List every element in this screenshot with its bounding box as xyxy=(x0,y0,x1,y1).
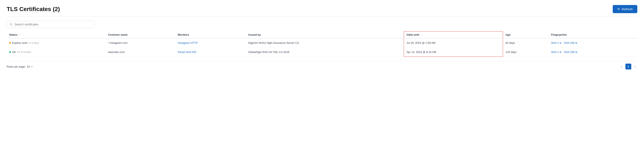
cell-monitor-1: Instagram HTTP xyxy=(175,38,246,48)
cell-common-name-1: *.instagram.com xyxy=(106,38,175,48)
search-icon xyxy=(10,23,13,26)
monitor-link-1[interactable]: Instagram HTTP xyxy=(178,41,198,44)
col-header-fingerprints: Fingerprints xyxy=(548,32,637,38)
cell-monitor-2: Param test 033 xyxy=(175,48,246,57)
col-header-issued-by: Issued by xyxy=(246,32,404,38)
sort-icon-status: ↑ xyxy=(19,34,20,36)
page-container: TLS Certificates (2) ↻ Refresh Status ↑ xyxy=(0,0,644,166)
sha1-link-1[interactable]: SHA 1 ⧉ xyxy=(551,41,562,44)
refresh-label: Refresh xyxy=(622,7,633,11)
col-header-common-name: Common name xyxy=(106,32,175,38)
table-row: OK for 9 months www.bbc.com Param test 0… xyxy=(7,48,637,57)
sha1-link-2[interactable]: SHA 1 ⧉ xyxy=(551,50,562,54)
col-header-monitors: Monitors xyxy=(175,32,246,38)
chevron-down-icon: ▾ xyxy=(31,65,32,68)
copy-icon-sha1-1: ⧉ xyxy=(560,42,562,44)
certificates-table: Status ↑ Common name Monitors Issued by … xyxy=(7,31,637,57)
monitor-link-2[interactable]: Param test 033 xyxy=(178,50,196,54)
copy-icon-sha256-1: ⧉ xyxy=(576,42,577,44)
copy-icon-sha1-2: ⧉ xyxy=(560,51,562,54)
cell-issued-by-1: DigiCert SHA2 High Assurance Server CA xyxy=(246,38,404,48)
cell-fingerprints-1: SHA 1 ⧉ SHA 256 ⧉ xyxy=(548,38,637,48)
refresh-icon: ↻ xyxy=(617,7,620,11)
cell-status-1: Expires soon in 8 days xyxy=(7,38,106,48)
cell-age-2: 125 days xyxy=(503,48,548,57)
status-dot-ok xyxy=(9,51,11,53)
svg-line-1 xyxy=(12,25,12,26)
page-header: TLS Certificates (2) ↻ Refresh xyxy=(7,5,637,13)
cell-valid-until-2: Apr 14, 2024 @ 8:16 AM xyxy=(404,48,503,57)
rows-per-page-value: 10 xyxy=(27,65,30,68)
current-page-number: 1 xyxy=(626,64,631,70)
sort-icon-valid-until: ↑ xyxy=(421,34,422,36)
cell-fingerprints-2: SHA 1 ⧉ SHA 256 ⧉ xyxy=(548,48,637,57)
status-label-1: Expires soon xyxy=(12,41,28,44)
status-sub-1: in 8 days xyxy=(29,42,39,44)
col-header-age: Age xyxy=(503,32,548,38)
cell-valid-until-1: Jul 26, 2023 @ 1:59 AM xyxy=(404,38,503,48)
table-footer: Rows per page: 10 ▾ ‹ 1 › xyxy=(7,61,637,70)
page-title: TLS Certificates (2) xyxy=(7,6,60,12)
next-page-button[interactable]: › xyxy=(633,64,637,69)
status-dot-warning xyxy=(9,42,11,44)
prev-page-button[interactable]: ‹ xyxy=(619,64,624,69)
cell-age-1: 82 days xyxy=(503,38,548,48)
sha256-link-2[interactable]: SHA 256 ⧉ xyxy=(564,50,577,54)
pagination-controls: ‹ 1 › xyxy=(619,64,637,70)
col-header-status[interactable]: Status ↑ xyxy=(7,32,106,38)
status-sub-2: for 9 months xyxy=(17,51,31,54)
table-row: Expires soon in 8 days *.instagram.com I… xyxy=(7,38,637,48)
cell-common-name-2: www.bbc.com xyxy=(106,48,175,57)
refresh-button[interactable]: ↻ Refresh xyxy=(613,5,637,13)
col-header-valid-until[interactable]: Valid until ↑ xyxy=(404,32,503,38)
sha256-link-1[interactable]: SHA 256 ⧉ xyxy=(564,41,577,44)
search-input[interactable] xyxy=(14,23,92,26)
cell-issued-by-2: GlobalSign RSA OV SSL CA 2018 xyxy=(246,48,404,57)
search-box xyxy=(7,21,94,28)
cell-status-2: OK for 9 months xyxy=(7,48,106,57)
rows-per-page-selector[interactable]: Rows per page: 10 ▾ xyxy=(7,65,32,68)
search-wrapper xyxy=(7,21,637,28)
header-divider xyxy=(7,16,637,17)
copy-icon-sha256-2: ⧉ xyxy=(576,51,577,54)
rows-per-page-label: Rows per page: xyxy=(7,65,26,68)
status-label-2: OK xyxy=(12,50,16,54)
